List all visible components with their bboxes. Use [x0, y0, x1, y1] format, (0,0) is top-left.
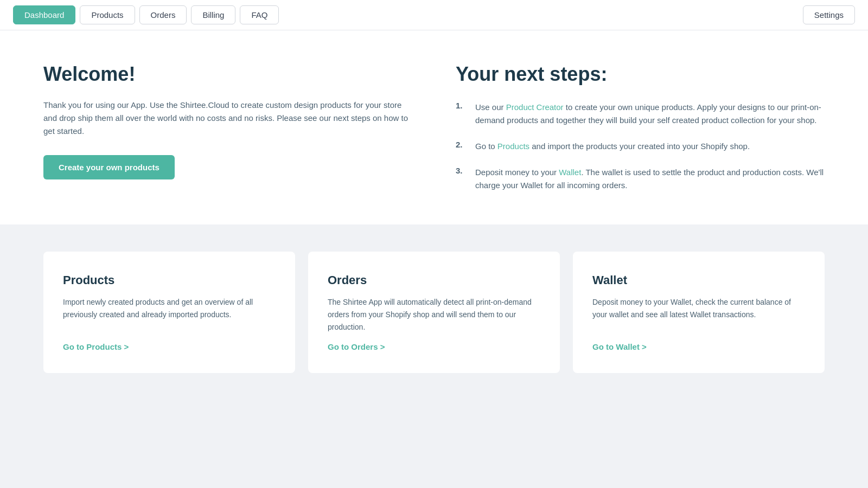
settings-button[interactable]: Settings	[803, 5, 855, 24]
step-3-number: 3.	[456, 166, 467, 175]
nav-tab-products[interactable]: Products	[80, 5, 135, 24]
step-1: 1. Use our Product Creator to create you…	[456, 101, 825, 127]
wallet-card-title: Wallet	[592, 273, 805, 287]
wallet-card-text: Deposit money to your Wallet, check the …	[592, 296, 805, 333]
go-to-products-link[interactable]: Go to Products >	[63, 342, 276, 351]
cards-row: Products Import newly created products a…	[43, 252, 825, 373]
wallet-card: Wallet Deposit money to your Wallet, che…	[573, 252, 825, 373]
nav-tab-faq[interactable]: FAQ	[240, 5, 279, 24]
go-to-wallet-link[interactable]: Go to Wallet >	[592, 342, 805, 351]
step-2: 2. Go to Products and import the product…	[456, 140, 825, 153]
nav-tab-orders[interactable]: Orders	[139, 5, 187, 24]
step-2-post: and import the products your created int…	[529, 142, 750, 151]
step-3: 3. Deposit money to your Wallet. The wal…	[456, 166, 825, 192]
step-1-pre: Use our	[475, 102, 506, 112]
steps-list: 1. Use our Product Creator to create you…	[456, 101, 825, 192]
welcome-body: Thank you for using our App. Use the Shi…	[43, 99, 412, 138]
products-link[interactable]: Products	[497, 142, 529, 151]
products-card-text: Import newly created products and get an…	[63, 296, 276, 333]
nav-tab-dashboard[interactable]: Dashboard	[13, 5, 75, 24]
nav-tab-billing[interactable]: Billing	[191, 5, 235, 24]
step-2-pre: Go to	[475, 142, 497, 151]
go-to-orders-link[interactable]: Go to Orders >	[328, 342, 540, 351]
orders-card: Orders The Shirtee App will automaticall…	[308, 252, 560, 373]
cards-section: Products Import newly created products a…	[0, 224, 868, 400]
main-content: Welcome! Thank you for using our App. Us…	[0, 30, 868, 224]
step-2-text: Go to Products and import the products y…	[475, 140, 750, 153]
next-steps-title: Your next steps:	[456, 63, 825, 86]
orders-card-text: The Shirtee App will automatically detec…	[328, 296, 540, 333]
top-section: Welcome! Thank you for using our App. Us…	[43, 63, 825, 192]
next-steps-column: Your next steps: 1. Use our Product Crea…	[456, 63, 825, 192]
step-1-text: Use our Product Creator to create your o…	[475, 101, 825, 127]
wallet-link[interactable]: Wallet	[559, 168, 581, 177]
navbar: Dashboard Products Orders Billing FAQ Se…	[0, 0, 868, 30]
create-products-button[interactable]: Create your own products	[43, 155, 175, 179]
products-card: Products Import newly created products a…	[43, 252, 295, 373]
step-1-number: 1.	[456, 101, 467, 110]
products-card-title: Products	[63, 273, 276, 287]
product-creator-link[interactable]: Product Creator	[506, 102, 564, 112]
welcome-column: Welcome! Thank you for using our App. Us…	[43, 63, 412, 192]
orders-card-title: Orders	[328, 273, 540, 287]
step-2-number: 2.	[456, 140, 467, 149]
step-3-text: Deposit money to your Wallet. The wallet…	[475, 166, 825, 192]
welcome-title: Welcome!	[43, 63, 412, 86]
step-3-pre: Deposit money to your	[475, 168, 559, 177]
